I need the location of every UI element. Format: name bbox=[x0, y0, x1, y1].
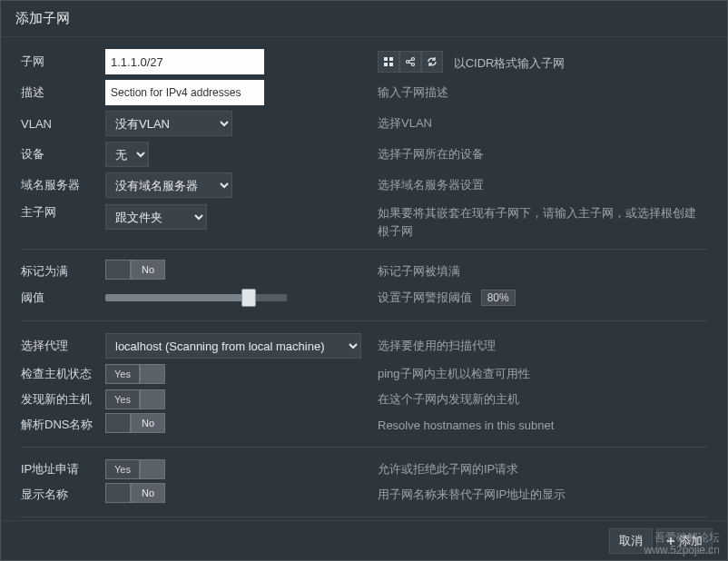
master-select[interactable]: 跟文件夹 bbox=[105, 204, 207, 230]
ping-hint: ping子网内主机以检查可用性 bbox=[363, 366, 707, 382]
discover-hint: 在这个子网内发现新的主机 bbox=[363, 391, 707, 408]
desc-input[interactable] bbox=[105, 80, 264, 105]
ns-label: 域名服务器 bbox=[21, 177, 105, 193]
showname-toggle[interactable]: No bbox=[105, 483, 165, 503]
agent-control: localhost (Scanning from local machine) bbox=[105, 333, 363, 359]
row-desc: 描述 输入子网描述 bbox=[21, 77, 707, 108]
svg-line-8 bbox=[408, 63, 411, 64]
discover-control: Yes bbox=[105, 389, 363, 409]
toggle-blank3 bbox=[140, 389, 165, 409]
slider-thumb[interactable] bbox=[241, 289, 256, 307]
iprequest-label: IP地址申请 bbox=[21, 461, 105, 477]
subnet-hint: 以CIDR格式输入子网 bbox=[454, 56, 566, 70]
threshold-hint-wrap: 设置子网警报阈值 80% bbox=[363, 290, 707, 306]
master-control: 跟文件夹 bbox=[105, 204, 363, 230]
vlan-select[interactable]: 没有VLAN bbox=[105, 111, 232, 136]
threshold-badge: 80% bbox=[481, 290, 516, 306]
plus-icon bbox=[666, 536, 675, 546]
add-button[interactable]: 添加 bbox=[656, 528, 713, 554]
agent-label: 选择代理 bbox=[21, 338, 105, 354]
master-hint: 如果要将其嵌套在现有子网下，请输入主子网，或选择根创建根子网 bbox=[363, 204, 707, 240]
toggle-blank5 bbox=[140, 459, 165, 479]
refresh-icon[interactable] bbox=[421, 51, 443, 73]
desc-hint: 输入子网描述 bbox=[363, 84, 707, 101]
threshold-control bbox=[105, 294, 363, 301]
row-iprequest: IP地址申请 Yes 允许或拒绝此子网的IP请求 bbox=[21, 457, 707, 482]
row-markfull: 标记为满 No 标记子网被填满 bbox=[21, 259, 707, 284]
showname-hint: 用子网名称来替代子网IP地址的显示 bbox=[363, 487, 707, 503]
threshold-hint: 设置子网警报阈值 bbox=[378, 290, 472, 304]
ping-value: Yes bbox=[105, 364, 140, 384]
markfull-toggle[interactable]: No bbox=[105, 260, 165, 280]
row-master: 主子网 跟文件夹 如果要将其嵌套在现有子网下，请输入主子网，或选择根创建根子网 bbox=[21, 201, 707, 240]
svg-point-5 bbox=[412, 58, 415, 61]
iprequest-toggle[interactable]: Yes bbox=[105, 459, 165, 479]
modal-title: 添加子网 bbox=[1, 1, 727, 37]
row-device: 设备 无 选择子网所在的设备 bbox=[21, 139, 707, 170]
row-subnet: 子网 以CIDR格式输入子网 bbox=[21, 46, 707, 77]
ns-control: 没有域名服务器 bbox=[105, 172, 363, 198]
desc-label: 描述 bbox=[21, 84, 105, 101]
showname-value: No bbox=[131, 483, 165, 503]
ns-select[interactable]: 没有域名服务器 bbox=[105, 172, 232, 198]
divider-1 bbox=[21, 249, 707, 250]
toggle-blank2 bbox=[140, 364, 165, 384]
row-vlan: VLAN 没有VLAN 选择VLAN bbox=[21, 108, 707, 139]
divider-3 bbox=[21, 447, 707, 448]
row-threshold: 阈值 设置子网警报阈值 80% bbox=[21, 284, 707, 311]
svg-rect-2 bbox=[384, 63, 388, 66]
svg-rect-3 bbox=[389, 63, 393, 66]
svg-point-6 bbox=[412, 64, 415, 66]
subnet-hint-wrap: 以CIDR格式输入子网 bbox=[363, 51, 707, 73]
resolve-toggle[interactable]: No bbox=[105, 413, 165, 433]
toggle-blank6 bbox=[105, 483, 131, 503]
ping-label: 检查主机状态 bbox=[21, 366, 105, 382]
markfull-value: No bbox=[131, 260, 165, 280]
modal-footer: 取消 添加 bbox=[1, 520, 727, 560]
subnet-icon-bar bbox=[378, 51, 443, 73]
resolve-control: No bbox=[105, 413, 363, 437]
discover-value: Yes bbox=[105, 389, 140, 409]
toggle-blank bbox=[105, 260, 131, 280]
markfull-label: 标记为满 bbox=[21, 263, 105, 280]
device-hint: 选择子网所在的设备 bbox=[363, 146, 707, 162]
vlan-hint: 选择VLAN bbox=[363, 115, 707, 132]
iprequest-value: Yes bbox=[105, 459, 140, 479]
threshold-slider[interactable] bbox=[105, 294, 287, 301]
svg-rect-0 bbox=[384, 57, 388, 61]
resolve-value: No bbox=[131, 413, 165, 433]
subnet-control bbox=[105, 49, 363, 74]
markfull-hint: 标记子网被填满 bbox=[363, 263, 707, 280]
toggle-blank4 bbox=[105, 413, 131, 433]
ping-control: Yes bbox=[105, 364, 363, 384]
svg-rect-1 bbox=[389, 57, 393, 61]
discover-toggle[interactable]: Yes bbox=[105, 389, 165, 409]
vlan-label: VLAN bbox=[21, 117, 105, 131]
device-select[interactable]: 无 bbox=[105, 142, 149, 167]
row-resolve: 解析DNS名称 No Resolve hostnames in this sub… bbox=[21, 412, 707, 438]
iprequest-hint: 允许或拒绝此子网的IP请求 bbox=[363, 461, 707, 477]
resolve-label: 解析DNS名称 bbox=[21, 417, 105, 433]
showname-label: 显示名称 bbox=[21, 487, 105, 503]
iprequest-control: Yes bbox=[105, 459, 363, 479]
device-label: 设备 bbox=[21, 146, 105, 162]
agent-select[interactable]: localhost (Scanning from local machine) bbox=[105, 333, 361, 359]
svg-line-7 bbox=[408, 60, 411, 62]
discover-label: 发现新的主机 bbox=[21, 391, 105, 408]
divider-4 bbox=[21, 517, 707, 517]
cancel-button[interactable]: 取消 bbox=[609, 528, 653, 554]
resolve-hint: Resolve hostnames in this subnet bbox=[363, 418, 707, 432]
vlan-control: 没有VLAN bbox=[105, 111, 363, 136]
threshold-label: 阈值 bbox=[21, 290, 105, 306]
master-label: 主子网 bbox=[21, 204, 105, 221]
add-button-label: 添加 bbox=[679, 533, 703, 549]
modal-add-subnet: 添加子网 子网 以CIDR格式输入子 bbox=[0, 0, 728, 561]
ping-toggle[interactable]: Yes bbox=[105, 364, 165, 384]
share-icon[interactable] bbox=[399, 51, 421, 73]
modal-body: 子网 以CIDR格式输入子网 bbox=[1, 37, 727, 517]
subnet-input[interactable] bbox=[105, 49, 264, 74]
subnet-label: 子网 bbox=[21, 54, 105, 70]
markfull-control: No bbox=[105, 260, 363, 283]
row-ns: 域名服务器 没有域名服务器 选择域名服务器设置 bbox=[21, 170, 707, 201]
grid-icon[interactable] bbox=[378, 51, 399, 73]
